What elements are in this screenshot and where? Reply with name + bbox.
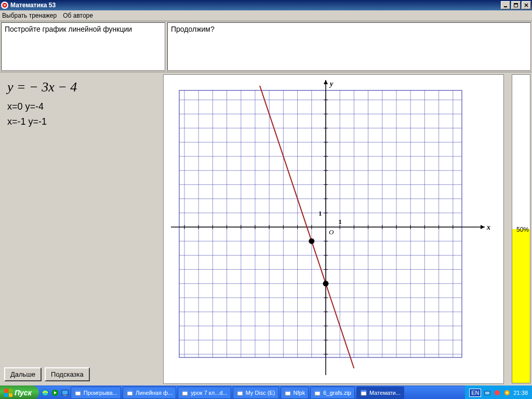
tray-icon-2[interactable]: [494, 389, 501, 396]
window-title: Математика 53: [10, 2, 56, 9]
language-indicator[interactable]: EN: [469, 389, 481, 397]
menubar: Выбрать тренажер Об авторе: [0, 10, 532, 21]
svg-rect-101: [127, 390, 132, 392]
svg-rect-3: [514, 4, 518, 5]
progress-panel: 50%: [510, 72, 532, 385]
svg-rect-4: [179, 90, 462, 357]
desktop-icon[interactable]: [61, 389, 69, 397]
taskbar-item[interactable]: Линейная ф...: [123, 387, 176, 399]
taskbar-item[interactable]: Проигрыва...: [71, 387, 121, 399]
taskbar-item[interactable]: урок 7 кл...d...: [178, 387, 231, 399]
system-tray: EN 21:38: [465, 385, 532, 399]
formula-display: y = − 3x − 4: [0, 72, 161, 98]
progress-bar: 50%: [512, 74, 530, 383]
coordinate-plot[interactable]: yxO11: [163, 74, 504, 384]
svg-point-113: [495, 390, 500, 395]
svg-text:1: 1: [318, 209, 322, 217]
progress-label: 50%: [516, 226, 529, 233]
svg-rect-103: [182, 390, 188, 392]
taskbar-item[interactable]: 6_grafs.zip: [310, 387, 355, 399]
tray-icon-3[interactable]: [503, 389, 511, 396]
svg-point-92: [309, 238, 314, 244]
next-button[interactable]: Дальше: [4, 367, 42, 381]
svg-rect-96: [62, 390, 68, 395]
tray-icon-1[interactable]: [484, 389, 491, 396]
minimize-button[interactable]: [501, 1, 510, 9]
media-icon[interactable]: [51, 389, 59, 397]
svg-rect-97: [63, 395, 66, 396]
menu-about[interactable]: Об авторе: [63, 12, 93, 19]
windows-logo-icon: [4, 389, 12, 397]
svg-text:y: y: [329, 80, 334, 88]
quick-launch: [41, 389, 69, 397]
close-button[interactable]: [522, 1, 531, 9]
svg-point-91: [323, 281, 329, 286]
task-prompt: Продолжим?: [167, 22, 531, 71]
point-2: x=-1 y=-1: [0, 113, 161, 128]
titlebar: Математика 53: [0, 0, 532, 10]
svg-marker-45: [481, 225, 485, 229]
svg-rect-112: [485, 391, 490, 395]
svg-text:x: x: [486, 223, 490, 231]
svg-point-115: [506, 392, 508, 394]
start-label: Пуск: [15, 389, 32, 397]
taskbar-item[interactable]: Математи...: [356, 387, 404, 399]
ie-icon[interactable]: [41, 389, 49, 397]
svg-rect-107: [285, 390, 290, 392]
svg-rect-105: [237, 390, 243, 392]
task-instruction: Постройте график линейной функции: [1, 22, 165, 71]
start-button[interactable]: Пуск: [0, 385, 39, 399]
left-panel: y = − 3x − 4 x=0 y=-4 x=-1 y=-1 Дальше П…: [0, 72, 161, 385]
svg-text:1: 1: [338, 218, 342, 225]
menu-choose-trainer[interactable]: Выбрать тренажер: [2, 12, 57, 19]
svg-rect-111: [361, 390, 366, 392]
taskbar: Пуск Проигрыва...Линейная ф...урок 7 кл.…: [0, 385, 532, 399]
svg-marker-47: [324, 80, 328, 84]
svg-rect-1: [504, 6, 507, 7]
plot-panel: yxO11: [161, 72, 510, 385]
svg-rect-109: [315, 390, 320, 392]
point-1: x=0 y=-4: [0, 98, 161, 113]
hint-button[interactable]: Подсказка: [45, 367, 90, 381]
instruction-row: Постройте график линейной функции Продол…: [0, 21, 532, 72]
taskbar-item[interactable]: My Disc (E): [233, 387, 279, 399]
svg-text:O: O: [329, 228, 334, 236]
clock[interactable]: 21:38: [513, 390, 528, 396]
maximize-button[interactable]: [511, 1, 521, 9]
svg-rect-99: [75, 390, 81, 392]
taskbar-item[interactable]: Nfpk: [281, 387, 309, 399]
app-icon: [1, 2, 8, 9]
